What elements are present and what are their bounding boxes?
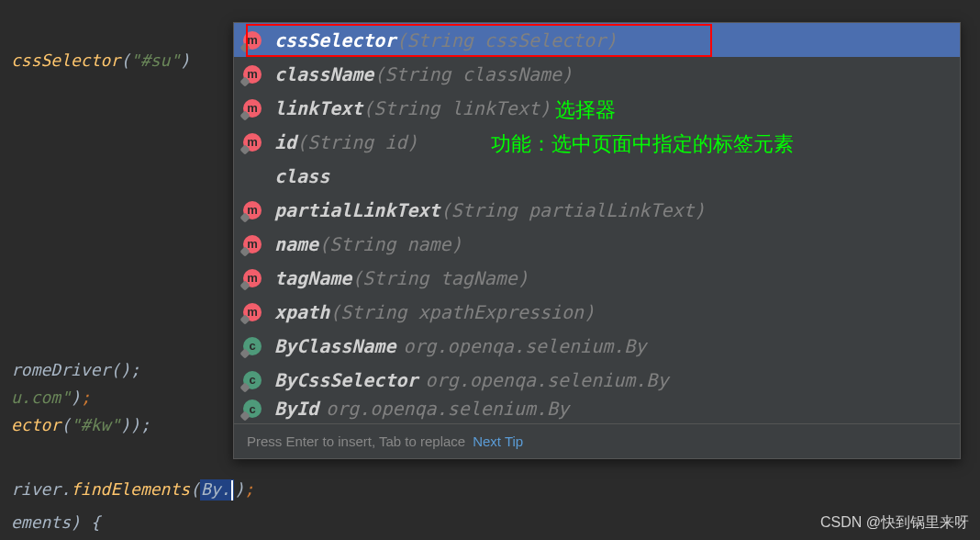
- class-icon: c: [243, 399, 262, 418]
- completion-list[interactable]: mcssSelector(String cssSelector)mclassNa…: [234, 23, 960, 423]
- completion-item-partialLinkText[interactable]: mpartialLinkText(String partialLinkText): [234, 193, 960, 227]
- completion-item-tagName[interactable]: mtagName(String tagName): [234, 261, 960, 295]
- string-literal: "#su": [130, 51, 180, 70]
- method-icon: m: [243, 133, 262, 152]
- completion-item-text: ByClassNameorg.openqa.selenium.By: [274, 335, 646, 357]
- method-call: cssSelector: [11, 51, 120, 70]
- completion-footer: Press Enter to insert, Tab to replace Ne…: [234, 423, 960, 458]
- class-icon: c: [243, 371, 262, 389]
- completion-item-text: tagName(String tagName): [274, 267, 529, 289]
- method-icon: m: [243, 303, 262, 321]
- completion-item-name[interactable]: mname(String name): [234, 227, 960, 261]
- completion-item-text: linkText(String linkText): [274, 97, 551, 119]
- blank-icon: [243, 167, 262, 186]
- completion-item-name: name: [274, 233, 318, 255]
- completion-item-params: (String cssSelector): [395, 29, 617, 51]
- completion-item-name: className: [274, 63, 373, 85]
- completion-item-params: (String id): [296, 131, 418, 153]
- completion-item-params: (String name): [318, 233, 462, 255]
- code-line: ector("#kw"));: [11, 415, 150, 434]
- completion-item-name: id: [274, 131, 296, 153]
- method-call: ector: [11, 415, 61, 434]
- code-line: romeDriver();: [11, 360, 140, 379]
- completion-item-text: name(String name): [274, 233, 462, 255]
- completion-item-className[interactable]: mclassName(String className): [234, 57, 960, 91]
- code-line: u.com");: [11, 388, 91, 407]
- completion-item-params: (String xpathExpression): [329, 301, 595, 323]
- completion-item-params: (String tagName): [351, 267, 529, 289]
- csdn-watermark: CSDN @快到锅里来呀: [820, 513, 969, 533]
- completion-item-name: ByClassName: [274, 335, 395, 357]
- completion-item-name: tagName: [274, 267, 351, 289]
- completion-item-linkText[interactable]: mlinkText(String linkText): [234, 91, 960, 125]
- completion-item-text: partialLinkText(String partialLinkText): [274, 199, 706, 221]
- code-line: cssSelector("#su"): [11, 51, 190, 70]
- completion-item-params: (String linkText): [362, 97, 551, 119]
- completion-item-id[interactable]: mid(String id): [234, 125, 960, 159]
- completion-item-text: xpath(String xpathExpression): [274, 301, 595, 323]
- code-text: ements) {: [11, 512, 101, 532]
- string-literal: "#kw": [71, 415, 120, 434]
- code-completion-popup[interactable]: mcssSelector(String cssSelector)mclassNa…: [233, 22, 961, 459]
- completion-item-params: (String partialLinkText): [440, 199, 706, 221]
- completion-item-package: org.openqa.selenium.By: [403, 335, 646, 357]
- completion-item-class[interactable]: class: [234, 159, 960, 193]
- footer-hint-text: Press Enter to insert, Tab to replace: [247, 433, 465, 449]
- code-text: romeDriver();: [11, 360, 140, 379]
- completion-item-text: ByIdorg.openqa.selenium.By: [274, 398, 569, 420]
- string-literal: u.com": [11, 388, 71, 407]
- completion-item-ByClassName[interactable]: cByClassNameorg.openqa.selenium.By: [234, 329, 960, 363]
- method-icon: m: [243, 99, 262, 118]
- completion-item-ById[interactable]: cByIdorg.openqa.selenium.By: [234, 397, 960, 421]
- completion-item-name: xpath: [274, 301, 329, 323]
- completion-item-text: id(String id): [274, 131, 418, 153]
- code-line-active[interactable]: river.findElements(By.);: [11, 479, 254, 501]
- completion-item-text: class: [274, 165, 329, 187]
- completion-item-name: partialLinkText: [274, 199, 440, 221]
- completion-item-name: class: [274, 165, 329, 187]
- method-call: findElements: [71, 479, 190, 499]
- completion-item-package: org.openqa.selenium.By: [426, 369, 669, 391]
- completion-item-ByCssSelector[interactable]: cByCssSelectororg.openqa.selenium.By: [234, 363, 960, 397]
- completion-item-cssSelector[interactable]: mcssSelector(String cssSelector): [234, 23, 960, 57]
- completion-item-name: ByCssSelector: [274, 369, 418, 391]
- class-icon: c: [243, 337, 262, 355]
- method-icon: m: [243, 31, 262, 50]
- completion-item-xpath[interactable]: mxpath(String xpathExpression): [234, 295, 960, 329]
- completion-item-name: linkText: [274, 97, 362, 119]
- next-tip-link[interactable]: Next Tip: [473, 433, 523, 449]
- method-icon: m: [243, 235, 262, 253]
- code-text: river.: [11, 479, 71, 499]
- method-icon: m: [243, 201, 262, 219]
- code-line: ements) {: [11, 512, 101, 532]
- completion-item-name: ById: [274, 398, 318, 420]
- completion-item-name: cssSelector: [274, 29, 395, 51]
- cursor-area[interactable]: By.: [200, 479, 235, 501]
- method-icon: m: [243, 65, 262, 84]
- completion-item-text: className(String className): [274, 63, 573, 85]
- method-icon: m: [243, 269, 262, 287]
- completion-item-text: cssSelector(String cssSelector): [274, 29, 617, 51]
- completion-item-package: org.openqa.selenium.By: [326, 398, 569, 420]
- completion-item-params: (String className): [373, 63, 573, 85]
- completion-item-text: ByCssSelectororg.openqa.selenium.By: [274, 369, 668, 391]
